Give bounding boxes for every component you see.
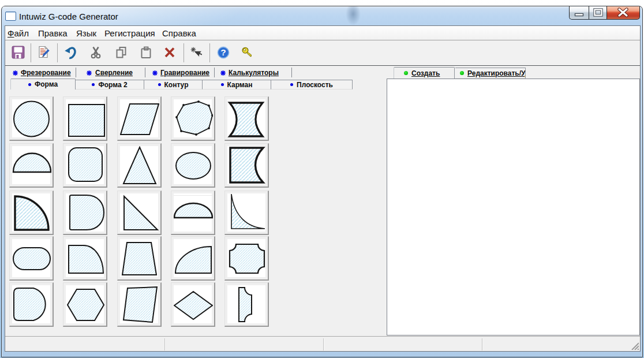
svg-text:?: ? [220, 47, 226, 57]
